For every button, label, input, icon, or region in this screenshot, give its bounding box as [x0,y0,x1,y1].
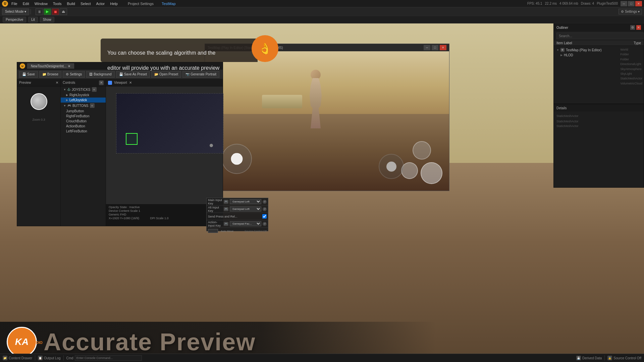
tutorial-overlay: You can choose the scaling algorithm and… [101,39,275,62]
cmd-input[interactable] [75,355,142,361]
reset-action-input[interactable]: ↺ [263,222,267,226]
perspective-button[interactable]: Perspective [3,17,26,22]
outliner-close-button[interactable]: ✕ [636,25,641,30]
send-press-row: Send Press and Rel... [207,213,268,220]
alt-input-select[interactable]: Gamepad Left [230,206,261,212]
menu-help[interactable]: Help [108,0,120,7]
menu-build[interactable]: Build [65,0,77,7]
tutorial-icon: 👌 [252,35,278,62]
preview-panel-title: Preview ✕ [17,79,60,86]
viewport-tab-label[interactable]: Viewport [114,81,127,84]
viewport-bar: Perspective Lit Show [0,16,644,23]
right-joystick-item[interactable]: ▶ RightJoystick [61,93,106,98]
details-title: Details [554,104,644,112]
close-viewport-icon[interactable]: ✕ [129,81,132,84]
output-log-item[interactable]: 📋 Output Log [38,356,60,360]
ms-stat: 22.2 ms [545,2,557,5]
game-button-top[interactable] [413,141,431,160]
send-press-checkbox[interactable] [262,214,267,219]
add-control-button[interactable]: ✕ [99,80,104,85]
mem-stat: 4 069.64 mb [559,2,578,5]
joysticks-group[interactable]: ▼ 🕹 JOYSTICKS + [61,86,106,93]
plugin-stat: PluginTest500 [597,2,618,5]
source-control-item[interactable]: 🔒 Source Control Off [607,356,641,360]
game-right-joystick[interactable] [379,154,404,179]
active-map-tab[interactable]: TestMap [162,2,176,6]
preview-panel: Preview ✕ Zoom 0.3 [17,79,61,226]
game-left-joystick[interactable] [222,144,252,174]
menu-tools[interactable]: Tools [51,0,64,7]
add-joystick-button[interactable]: + [92,87,97,92]
close-button[interactable]: ✕ [635,1,642,6]
menu-actor[interactable]: Actor [94,0,107,7]
statusbar-right: 💾 Derived Data 🔒 Source Control Off [576,355,641,361]
project-settings-link[interactable]: Project Settings [128,2,154,6]
action-input-select[interactable]: Gamepad Fac... [230,221,261,226]
visibility-icon[interactable]: 👁 [560,48,565,52]
game-viewport[interactable] [205,51,449,191]
browse-button[interactable]: 📁Browse [39,71,61,78]
source-control-label: Source Control Off [613,356,641,360]
character-body [306,78,326,128]
blue-indicator [108,81,112,85]
buttons-group[interactable]: ▼ 🎮 BUTTONS + [61,103,106,109]
game-button-main[interactable] [421,162,442,184]
action-input-row: Action-Input Key 🎮 Gamepad Fac... ↺ [207,220,268,228]
details-content: StaticMeshActor StaticMeshActor StaticMe… [554,112,644,130]
input-source-control-label: Source Control Off [245,230,267,233]
menu-select[interactable]: Select [78,0,93,7]
umg-content: Preview ✕ Zoom 0.3 Controls ✕ ▼ 🕹 JOYSTI… [17,79,223,226]
settings-umg-button[interactable]: ⚙Settings [63,71,85,78]
menu-file[interactable]: File [9,0,19,7]
save-umg-button[interactable]: 💾Save [19,71,38,78]
umg-viewport-panel: Viewport ✕ Opacity State : Inactive Devi… [106,79,223,226]
joystick-thumb [231,153,243,165]
alt-input-row: Alt Input Key 🎮 Gamepad Left ↺ [207,205,268,213]
play-button[interactable]: ▶ [44,8,51,15]
controls-title: Controls ✕ [61,79,106,86]
right-fire-button-item[interactable]: RightFireButton [61,114,106,119]
auto-move-toggle[interactable] [208,229,218,233]
menu-edit[interactable]: Edit [21,0,31,7]
outliner-settings-icon[interactable]: ⚙ [630,25,635,30]
pause-button[interactable]: ⏸ [36,8,43,15]
action-button-item[interactable]: ActionButton [61,124,106,129]
right-joystick-inner [386,162,396,172]
lit-button[interactable]: Lit [28,17,38,22]
select-mode-button[interactable]: Select Mode ▾ [2,8,29,15]
game-maximize[interactable]: □ [432,45,438,50]
stop-button[interactable]: ⏹ [52,8,59,15]
statusbar-sep-1 [35,355,35,361]
controls-tree: ▼ 🕹 JOYSTICKS + ▶ RightJoystick ▶ LeftJo… [61,86,106,134]
game-minimize[interactable]: ─ [424,45,430,50]
reset-alt-input[interactable]: ↺ [263,207,267,211]
ue-logo: U [2,1,8,7]
close-preview-icon[interactable]: ✕ [56,81,58,84]
main-input-select[interactable]: Gamepad Left [230,199,261,204]
content-drawer-icon: 📁 [3,356,7,360]
reset-main-input[interactable]: ↺ [263,200,267,204]
left-fire-button-item[interactable]: LeftFireButton [61,129,106,134]
show-button[interactable]: Show [40,17,54,22]
umg-editor-window: U NewTouchDesignerInt... ✕ 💾Save 📁Browse… [17,62,223,226]
main-input-row: Main Input Key 🎮 Gamepad Left ↺ [207,198,268,205]
content-drawer-item[interactable]: 📁 Content Drawer [3,356,32,360]
menu-window[interactable]: Window [33,0,50,7]
minimize-button[interactable]: ─ [621,1,627,6]
item-label-header: Item Label [556,41,572,45]
jump-button-item[interactable]: JumpButton [61,109,106,114]
umg-tab-active[interactable]: NewTouchDesignerInt... ✕ [27,63,74,69]
maximize-button[interactable]: □ [628,1,635,6]
crouch-button-item[interactable]: CrouchButton [61,119,106,124]
left-joystick-item[interactable]: ▶ LeftJoystick [61,98,106,103]
game-close[interactable]: ✕ [440,45,446,50]
close-tab-icon[interactable]: ✕ [68,64,70,68]
derived-data-item[interactable]: 💾 Derived Data [576,356,602,360]
eject-button[interactable]: ⏏ [60,8,67,15]
settings-button[interactable]: ⚙ Settings ▾ [619,9,642,14]
viewport-canvas-area[interactable]: Opacity State : Inactive Device Content … [106,86,223,226]
gamepad-icon-3: 🎮 [224,222,228,226]
selected-widget-indicator [126,133,138,145]
outliner-search-input[interactable] [556,33,644,39]
add-button-button[interactable]: + [90,103,95,108]
